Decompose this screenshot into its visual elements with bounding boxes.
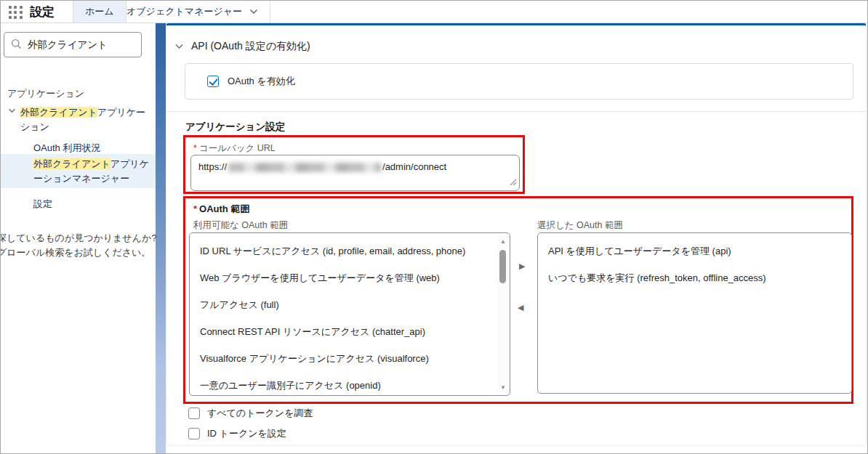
resize-handle-icon[interactable] — [510, 177, 517, 188]
callback-url-suffix: /admin/connect — [382, 161, 446, 172]
sidebar-item-label: OAuth 利用状況 — [1, 141, 106, 155]
configure-id-token-label: ID トークンを設定 — [207, 427, 286, 440]
api-section-header[interactable]: API (OAuth 設定の有効化) — [174, 40, 310, 53]
available-scopes-listbox[interactable]: ID URL サービスにアクセス (id, profile, email, ad… — [189, 232, 510, 396]
section-divider — [166, 111, 866, 112]
main-content-region: API (OAuth 設定の有効化) OAuth を有効化 アプリケーション設定… — [166, 23, 867, 454]
chevron-down-icon[interactable] — [8, 108, 16, 134]
redacted-url-segment — [228, 163, 381, 172]
list-item[interactable]: いつでも要求を実行 (refresh_token, offline_access… — [538, 264, 851, 291]
oauth-settings-card: API (OAuth 設定の有効化) OAuth を有効化 アプリケーション設定… — [166, 23, 867, 446]
sidebar-item-settings[interactable]: 設定 — [1, 195, 156, 214]
move-to-available-icon[interactable]: ◀ — [518, 304, 523, 312]
callback-url-label: *コールバック URL — [193, 142, 276, 155]
page-title: 設定 — [30, 4, 55, 20]
tab-object-manager-label: オブジェクトマネージャー — [126, 5, 242, 18]
oauth-enable-panel: OAuth を有効化 — [185, 63, 853, 100]
scroll-down-icon[interactable]: ▼ — [497, 381, 509, 393]
required-asterisk: * — [193, 143, 197, 153]
annotation-box-callback-url: *コールバック URL https:///admin/connect — [183, 135, 525, 194]
chevron-down-icon — [249, 9, 258, 15]
move-to-selected-icon[interactable]: ▶ — [519, 262, 525, 270]
selected-scopes-label: 選択した OAuth 範囲 — [537, 219, 623, 232]
required-asterisk: * — [193, 203, 197, 214]
chevron-down-icon — [174, 44, 184, 49]
callback-url-prefix: https:// — [198, 161, 227, 172]
callback-url-textarea[interactable]: https:///admin/connect — [190, 155, 520, 191]
available-scopes-label: 利用可能な OAuth 範囲 — [193, 219, 288, 232]
list-item[interactable]: Connect REST API リソースにアクセス (chatter_api) — [190, 318, 510, 345]
scrollbar[interactable]: ▲ ▼ — [497, 234, 509, 394]
quick-find-search-input[interactable]: 外部クライアント — [4, 32, 142, 57]
global-search-hint: 探しているものが見つかりませんか? グローバル検索をお試しください。 — [0, 231, 161, 260]
oauth-enable-checkbox[interactable] — [207, 76, 219, 87]
tab-home-label: ホーム — [85, 5, 114, 18]
setup-sidebar: 外部クライアント アプリケーション 外部クライアントアプリケーション OAuth… — [1, 23, 156, 454]
introspect-all-tokens-label: すべてのトークンを調査 — [207, 407, 313, 420]
introspect-all-tokens-row: すべてのトークンを調査 — [188, 407, 313, 420]
sidebar-item-label: 外部クライアントアプリケーションマネージャー — [1, 157, 156, 185]
search-icon — [11, 38, 22, 52]
global-header: 設定 ホーム オブジェクトマネージャー — [1, 1, 867, 23]
list-item[interactable]: Visualforce アプリケーションにアクセス (visualforce) — [190, 345, 510, 372]
introspect-all-tokens-checkbox[interactable] — [188, 408, 200, 419]
sidebar-item-external-client-app-manager[interactable]: 外部クライアントアプリケーションマネージャー — [1, 154, 156, 188]
configure-id-token-checkbox[interactable] — [188, 428, 200, 439]
scrollbar-thumb[interactable] — [499, 250, 506, 283]
list-item[interactable]: 一意のユーザー識別子にアクセス (openid) — [190, 372, 510, 396]
list-item[interactable]: API を使用してユーザーデータを管理 (api) — [538, 238, 851, 264]
oauth-scope-label: *OAuth 範囲 — [193, 203, 249, 216]
sidebar-item-label: 外部クライアントアプリケーション — [20, 105, 150, 134]
app-launcher-icon[interactable] — [9, 6, 23, 18]
sidebar-item-label: 設定 — [1, 197, 58, 211]
list-item[interactable]: フルアクセス (full) — [190, 291, 510, 318]
annotation-box-oauth-scope: *OAuth 範囲 利用可能な OAuth 範囲 選択した OAuth 範囲 I… — [183, 196, 853, 404]
application-settings-title: アプリケーション設定 — [185, 121, 285, 134]
tab-object-manager[interactable]: オブジェクトマネージャー — [115, 1, 270, 23]
selected-scopes-listbox[interactable]: API を使用してユーザーデータを管理 (api) いつでも要求を実行 (ref… — [537, 232, 852, 394]
sidebar-section-applications: アプリケーション — [7, 87, 84, 100]
configure-id-token-row: ID トークンを設定 — [188, 427, 286, 440]
sidebar-item-external-client-apps[interactable]: 外部クライアントアプリケーション — [8, 105, 150, 134]
api-section-title: API (OAuth 設定の有効化) — [191, 40, 310, 53]
search-highlight: 外部クライアント — [33, 158, 110, 169]
scroll-up-icon[interactable]: ▲ — [497, 235, 509, 247]
oauth-enable-label: OAuth を有効化 — [228, 75, 295, 88]
salesforce-setup-window: 設定 ホーム オブジェクトマネージャー 外部クライアント アプリケーション 外部… — [0, 0, 868, 454]
search-highlight: 外部クライアント — [20, 107, 97, 118]
list-item[interactable]: Web ブラウザーを使用してユーザーデータを管理 (web) — [190, 264, 510, 291]
list-item[interactable]: ID URL サービスにアクセス (id, profile, email, ad… — [190, 238, 510, 264]
quick-find-search-value: 外部クライアント — [28, 38, 108, 52]
